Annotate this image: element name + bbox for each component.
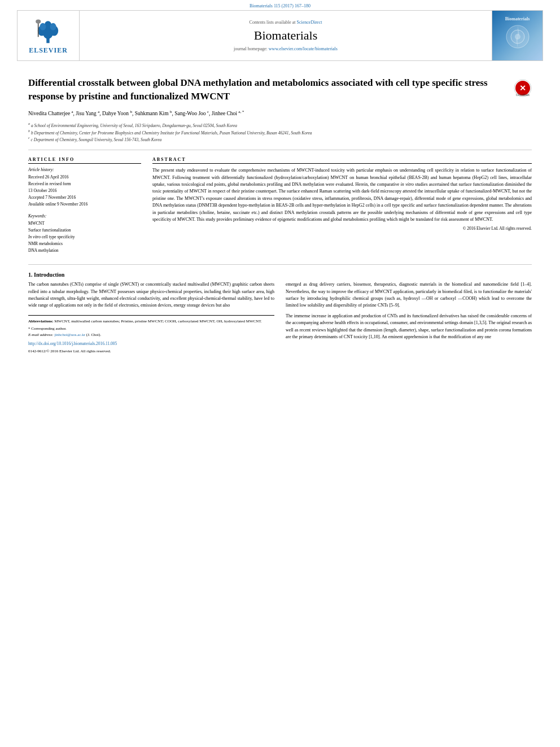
- doi-line: http://dx.doi.org/10.1016/j.biomaterials…: [28, 340, 274, 347]
- keyword-3: In vitro cell type specificity: [28, 234, 141, 241]
- journal-title: Biomaterials: [254, 28, 317, 43]
- intro-left-p1: The carbon nanotubes (CNTs) comprise of …: [28, 281, 274, 309]
- journal-citation: Biomaterials 115 (2017) 167–180: [0, 0, 560, 10]
- abstract-column: ABSTRACT The present study endeavored to…: [152, 157, 532, 254]
- keyword-5: DNA methylation: [28, 247, 141, 254]
- keyword-4: NMR metabolomics: [28, 241, 141, 247]
- issn-line: 0142-9612/© 2016 Elsevier Ltd. All right…: [28, 348, 274, 355]
- introduction-body: The carbon nanotubes (CNTs) comprise of …: [28, 281, 532, 354]
- elsevier-logo-section: ELSEVIER: [18, 11, 80, 60]
- intro-left-col: The carbon nanotubes (CNTs) comprise of …: [28, 281, 274, 354]
- available-date: Available online 9 November 2016: [28, 201, 141, 208]
- revised-date: Received in revised form13 October 2016: [28, 181, 141, 194]
- authors: Nivedita Chatterjee a, Jisu Yang a, Dahy…: [28, 109, 532, 118]
- corresponding-note: * Corresponding author.: [28, 326, 274, 332]
- email-note: E-mail address: jinhchoi@uos.ac.kr (J. C…: [28, 332, 274, 338]
- intro-right-p2: The immense increase in application and …: [286, 313, 532, 341]
- divider-2: [28, 264, 532, 265]
- affiliation-b: b b Department of Chemistry, Center for …: [28, 129, 532, 136]
- intro-right-col: emerged as drug delivery carriers, biose…: [286, 281, 532, 354]
- article-info-abstract-section: ARTICLE INFO Article history: Received 2…: [28, 157, 532, 254]
- svg-text:✕: ✕: [519, 84, 526, 93]
- elsevier-logo: ELSEVIER: [29, 16, 68, 55]
- biomaterials-logo: Biomaterials: [498, 16, 537, 55]
- crossmark-icon: ✕ CrossMark: [514, 79, 532, 98]
- keyword-1: MWCNT: [28, 220, 141, 227]
- article-history: Received 26 April 2016 Received in revis…: [28, 174, 141, 208]
- elsevier-text: ELSEVIER: [29, 46, 68, 55]
- affiliation-c: c c Department of Chemistry, Soongsil Un…: [28, 136, 532, 143]
- history-label: Article history:: [28, 167, 141, 172]
- abbreviations-note: Abbreviations: MWCNT, multiwalled carbon…: [28, 318, 274, 325]
- introduction-heading: 1. Introduction: [28, 272, 532, 278]
- copyright: © 2016 Elsevier Ltd. All rights reserved…: [152, 226, 532, 231]
- journal-citation-text: Biomaterials 115 (2017) 167–180: [250, 3, 310, 8]
- abstract-text: The present study endeavored to evaluate…: [152, 167, 532, 223]
- svg-point-6: [50, 23, 56, 30]
- intro-right-p1: emerged as drug delivery carriers, biose…: [286, 281, 532, 309]
- affiliation-a: a a School of Environmental Engineering,…: [28, 121, 532, 129]
- keywords-label: Keywords:: [28, 213, 141, 219]
- received-date: Received 26 April 2016: [28, 174, 141, 181]
- article-info-label: ARTICLE INFO: [28, 157, 141, 164]
- svg-text:CrossMark: CrossMark: [516, 93, 530, 97]
- svg-rect-7: [38, 21, 39, 37]
- divider-1: [28, 150, 532, 150]
- article-title-section: ✕ CrossMark Differential crosstalk betwe…: [28, 76, 532, 103]
- journal-logo-right: Biomaterials: [492, 11, 542, 60]
- affiliations: a a School of Environmental Engineering,…: [28, 121, 532, 143]
- footnote-area: Abbreviations: MWCNT, multiwalled carbon…: [28, 315, 274, 354]
- main-content: ✕ CrossMark Differential crosstalk betwe…: [0, 61, 560, 362]
- contents-line: Contents lists available at ScienceDirec…: [250, 20, 322, 25]
- article-title: Differential crosstalk between global DN…: [28, 76, 532, 103]
- article-info-column: ARTICLE INFO Article history: Received 2…: [28, 157, 141, 254]
- keywords: MWCNT Surface functionalization In vitro…: [28, 220, 141, 254]
- journal-header-box: ELSEVIER Contents lists available at Sci…: [17, 10, 543, 61]
- journal-title-section: Contents lists available at ScienceDirec…: [80, 11, 492, 60]
- author-names: Nivedita Chatterjee a, Jisu Yang a, Dahy…: [28, 111, 244, 116]
- biomaterials-journal-image: [498, 23, 537, 54]
- elsevier-tree-icon: [31, 16, 65, 45]
- journal-homepage: journal homepage: www.elsevier.com/locat…: [234, 46, 338, 51]
- accepted-date: Accepted 7 November 2016: [28, 194, 141, 201]
- introduction-section: 1. Introduction The carbon nanotubes (CN…: [28, 272, 532, 354]
- keyword-2: Surface functionalization: [28, 227, 141, 234]
- abstract-label: ABSTRACT: [152, 157, 532, 164]
- svg-point-5: [40, 23, 46, 30]
- svg-point-8: [36, 19, 41, 23]
